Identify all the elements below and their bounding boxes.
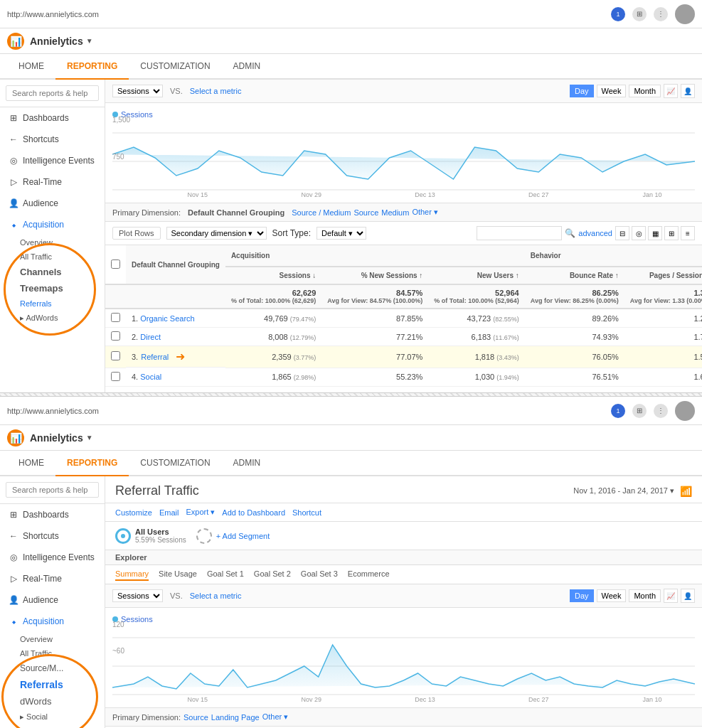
sidebar2-sub-dwords[interactable]: dWords: [0, 693, 105, 710]
sidebar2-item-audience[interactable]: 👤 Audience: [0, 589, 105, 611]
avatar-2[interactable]: [675, 401, 695, 421]
sidebar2-sub-alltraffic[interactable]: All Traffic: [0, 646, 105, 660]
chart-type-btn-2[interactable]: 📈: [664, 589, 678, 603]
sidebar2-sub-overview[interactable]: Overview: [0, 632, 105, 646]
explorer-tab-goal3[interactable]: Goal Set 3: [301, 568, 338, 581]
row3-link[interactable]: Referral: [141, 353, 169, 361]
dim-link-other-2[interactable]: Other ▾: [262, 712, 289, 722]
sidebar2-sub-social[interactable]: ▸ Social: [0, 710, 105, 724]
sidebar-sub-referrals[interactable]: Referrals: [0, 296, 105, 311]
tab-customization-2[interactable]: CUSTOMIZATION: [129, 451, 221, 476]
add-dashboard-link[interactable]: Add to Dashboard: [222, 508, 285, 517]
row4-link[interactable]: Social: [140, 373, 161, 381]
table-view-btn[interactable]: ⊟: [615, 226, 629, 240]
select-metric-link-2[interactable]: Select a metric: [190, 592, 242, 600]
row2-link[interactable]: Direct: [140, 333, 161, 341]
row1-checkbox[interactable]: [105, 309, 126, 328]
dim-link-source-medium[interactable]: Source / Medium: [292, 208, 351, 217]
sidebar-item-realtime[interactable]: ▷ Real-Time: [0, 171, 105, 193]
advanced-link[interactable]: advanced: [578, 229, 612, 237]
explorer-tab-summary[interactable]: Summary: [115, 568, 149, 581]
annotate-btn[interactable]: 👤: [681, 84, 695, 98]
notification-icon-2[interactable]: 1: [611, 404, 625, 418]
tab-home[interactable]: HOME: [7, 54, 55, 80]
sidebar2-sub-sourcemedium[interactable]: Source/M...: [0, 660, 105, 676]
date-range[interactable]: Nov 1, 2016 - Jan 24, 2017 ▾: [573, 486, 674, 496]
search-icon[interactable]: 🔍: [565, 228, 575, 238]
sidebar-item-intelligence[interactable]: ◎ Intelligence Events: [0, 150, 105, 171]
sidebar2-item-dashboards[interactable]: ⊞ Dashboards: [0, 504, 105, 525]
btn-week-2[interactable]: Week: [597, 589, 627, 602]
add-segment-label[interactable]: + Add Segment: [216, 532, 270, 540]
sidebar2-sub-referrals[interactable]: Referrals: [0, 676, 105, 693]
sidebar-item-shortcuts[interactable]: ← Shortcuts: [0, 129, 105, 150]
add-segment-item[interactable]: + Add Segment: [196, 528, 270, 544]
table-search-input[interactable]: [477, 226, 562, 240]
sidebar-sub-alltraffic[interactable]: All Traffic: [0, 250, 105, 264]
shortcut-link[interactable]: Shortcut: [292, 508, 321, 517]
sort-default-select[interactable]: Default ▾: [317, 227, 366, 240]
tab-admin-2[interactable]: ADMIN: [222, 451, 272, 476]
brand-dropdown-icon-2[interactable]: ▼: [86, 434, 93, 441]
sidebar2-item-realtime[interactable]: ▷ Real-Time: [0, 568, 105, 589]
row4-checkbox[interactable]: [105, 368, 126, 386]
sidebar-sub-adwords[interactable]: ▸ AdWords: [0, 311, 105, 326]
dim-link-landing-page-2[interactable]: Landing Page: [211, 713, 260, 722]
explorer-tab-site-usage[interactable]: Site Usage: [159, 568, 197, 581]
more-icon[interactable]: ⋮: [654, 7, 668, 21]
row3-checkbox[interactable]: [105, 346, 126, 368]
bar-view-btn[interactable]: ▦: [648, 226, 662, 240]
row1-link[interactable]: Organic Search: [140, 314, 194, 323]
pie-view-btn[interactable]: ◎: [632, 226, 646, 240]
sidebar-search-input[interactable]: [6, 85, 99, 101]
explorer-tab-goal1[interactable]: Goal Set 1: [207, 568, 244, 581]
btn-day-2[interactable]: Day: [570, 589, 594, 602]
tab-reporting-2[interactable]: REPORTING: [55, 451, 129, 476]
sessions-select-2[interactable]: Sessions: [112, 589, 163, 602]
sidebar2-item-shortcuts[interactable]: ← Shortcuts: [0, 525, 105, 547]
select-metric-link[interactable]: Select a metric: [190, 87, 242, 95]
row2-checkbox[interactable]: [105, 328, 126, 346]
sidebar-sub-channels[interactable]: Channels: [0, 264, 105, 280]
sidebar2-item-acquisition[interactable]: ⬥ Acquisition: [0, 611, 105, 632]
notification-icon[interactable]: 1: [611, 7, 625, 21]
sidebar-item-acquisition[interactable]: ⬥ Acquisition: [0, 214, 105, 235]
checkbox-all[interactable]: [105, 245, 126, 284]
dim-link-medium[interactable]: Medium: [381, 208, 409, 217]
btn-day[interactable]: Day: [570, 85, 594, 97]
export-link[interactable]: Export ▾: [186, 508, 215, 517]
customize-link[interactable]: Customize: [115, 508, 152, 517]
email-link[interactable]: Email: [159, 508, 179, 517]
sidebar-item-dashboards[interactable]: ⊞ Dashboards: [0, 107, 105, 129]
sidebar-search-input-2[interactable]: [6, 482, 99, 498]
sessions-select[interactable]: Sessions: [112, 85, 163, 97]
more-icon-2[interactable]: ⋮: [654, 404, 668, 418]
pivot-view-btn[interactable]: ⊞: [664, 226, 679, 240]
tab-home-2[interactable]: HOME: [7, 451, 55, 476]
sidebar-sub-treemaps[interactable]: Treemaps: [0, 280, 105, 296]
sidebar-sub-overview[interactable]: Overview: [0, 235, 105, 250]
sidebar2-sub-campaigns[interactable]: ▸ Campaigns: [0, 724, 105, 728]
plot-rows-btn[interactable]: Plot Rows: [112, 227, 161, 240]
annotate-btn-2[interactable]: 👤: [681, 589, 695, 603]
sidebar-item-audience[interactable]: 👤 Audience: [0, 193, 105, 214]
brand-dropdown-icon[interactable]: ▼: [86, 37, 93, 45]
secondary-dim-select[interactable]: Secondary dimension ▾: [166, 227, 267, 240]
btn-month-2[interactable]: Month: [629, 589, 661, 602]
metric-view-btn[interactable]: ≡: [681, 226, 695, 240]
explorer-tab-goal2[interactable]: Goal Set 2: [254, 568, 291, 581]
apps-icon[interactable]: ⊞: [632, 7, 647, 21]
chart-type-btn[interactable]: 📈: [664, 84, 678, 98]
dim-link-source[interactable]: Source: [353, 208, 378, 217]
tab-reporting[interactable]: REPORTING: [55, 54, 129, 80]
explorer-tab-ecommerce[interactable]: Ecommerce: [348, 568, 390, 581]
btn-week[interactable]: Week: [597, 85, 627, 97]
tab-customization[interactable]: CUSTOMIZATION: [129, 54, 221, 80]
sidebar2-item-intelligence[interactable]: ◎ Intelligence Events: [0, 547, 105, 568]
btn-month[interactable]: Month: [629, 85, 661, 97]
avatar[interactable]: [675, 4, 695, 24]
tab-admin[interactable]: ADMIN: [222, 54, 272, 80]
dim-link-source-2[interactable]: Source: [184, 713, 208, 722]
apps-icon-2[interactable]: ⊞: [632, 404, 647, 418]
dim-link-other[interactable]: Other ▾: [412, 208, 438, 217]
